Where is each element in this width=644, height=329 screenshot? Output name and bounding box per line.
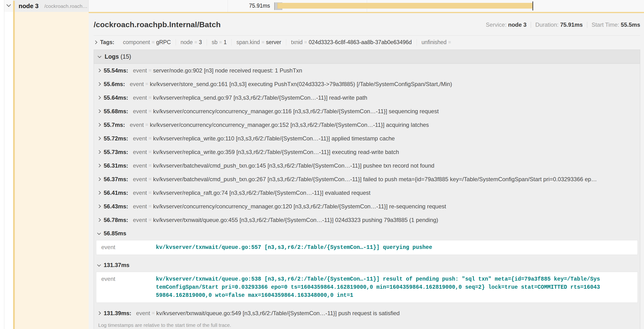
logs-section-header[interactable]: Logs (15): [94, 50, 640, 64]
service-value: node 3: [508, 22, 526, 28]
log-row[interactable]: 55.64ms:event=kv/kvserver/replica_send.g…: [94, 91, 640, 104]
log-row-expanded-header[interactable]: 131.37ms: [94, 258, 640, 272]
tag-key: txnid: [291, 39, 303, 46]
log-expand-chevron-icon[interactable]: [97, 136, 101, 140]
log-value: kv/kvserver/replica_write.go:359 [n3,s3,…: [153, 149, 640, 156]
tag-value: 024d3323-6c8f-4863-aa8b-37ab0e63496d: [309, 39, 412, 46]
duration-value: 75.91ms: [560, 22, 583, 28]
log-key: event: [130, 81, 144, 88]
log-row[interactable]: 56.37ms:event=kv/kvserver/batcheval/cmd_…: [94, 172, 640, 186]
log-timestamp: 55.64ms:: [104, 94, 128, 101]
log-expand-chevron-icon[interactable]: [97, 150, 101, 154]
tags-expand-chevron-icon[interactable]: [94, 40, 98, 44]
log-timestamp: 56.85ms: [104, 230, 126, 237]
log-expand-chevron-icon[interactable]: [97, 69, 101, 72]
log-equals-sign: =: [148, 149, 151, 155]
span-overview: Service: node 3 Duration: 75.91ms Start …: [486, 22, 640, 28]
log-expand-chevron-icon[interactable]: [97, 110, 101, 113]
log-key: event: [133, 135, 147, 142]
tag-key: sb: [212, 39, 217, 46]
log-equals-sign: =: [148, 163, 151, 168]
collapse-span-chevron-icon[interactable]: [6, 2, 11, 7]
span-operation-title: /cockroach.roachpb.Internal/Batch: [94, 20, 221, 29]
logs-collapse-chevron-icon[interactable]: [98, 54, 102, 58]
tag-equals-sign: =: [194, 40, 197, 45]
log-timestamp: 56.31ms:: [104, 162, 128, 169]
log-expand-chevron-icon[interactable]: [97, 82, 101, 86]
span-service-name: node 3: [18, 2, 38, 10]
tag-key: span.kind: [236, 39, 260, 46]
log-event-key: event: [101, 275, 156, 300]
log-timestamp: 56.78ms:: [104, 217, 128, 224]
log-row[interactable]: 55.54ms:event=server/node.go:902 [n3] no…: [94, 64, 640, 77]
log-row[interactable]: 55.6ms:event=kv/kvserver/store_send.go:1…: [94, 77, 640, 91]
log-row[interactable]: 56.78ms:event=kv/kvserver/txnwait/queue.…: [94, 213, 640, 227]
tag-item: sb=1: [207, 39, 232, 46]
log-equals-sign: =: [148, 95, 151, 100]
log-equals-sign: =: [148, 108, 151, 114]
log-key: event: [130, 122, 144, 128]
tag-value: server: [266, 39, 281, 46]
log-key: event: [136, 310, 150, 316]
tags-section-header[interactable]: Tags: component=gRPCnode=3sb=1span.kind=…: [89, 36, 644, 49]
log-row[interactable]: 56.41ms:event=kv/kvserver/replica_raft.g…: [94, 186, 640, 200]
logs-count: (15): [120, 53, 131, 60]
log-event-value: kv/kvserver/txnwait/queue.go:557 [n3,s3,…: [156, 244, 602, 252]
span-name-column[interactable]: node 3 /cockroach.roach…: [13, 0, 89, 12]
start-time-value: 55.5ms: [621, 22, 640, 28]
tag-list: component=gRPCnode=3sb=1span.kind=server…: [118, 39, 458, 46]
log-expand-chevron-icon[interactable]: [97, 311, 101, 315]
log-row-list: 55.54ms:event=server/node.go:902 [n3] no…: [94, 64, 640, 320]
log-value: server/node.go:902 [n3] node received re…: [153, 67, 640, 74]
tag-item: txnid=024d3323-6c8f-4863-aa8b-37ab0e6349…: [286, 39, 417, 46]
log-collapse-chevron-icon[interactable]: [97, 231, 101, 235]
log-key: event: [133, 176, 147, 182]
log-collapse-chevron-icon[interactable]: [97, 263, 101, 266]
selected-span-highlight-column: [15, 12, 89, 329]
log-timestamp: 55.54ms:: [104, 67, 128, 74]
log-row[interactable]: 55.68ms:event=kv/kvserver/concurrency/co…: [94, 104, 640, 118]
duration-overview: Duration: 75.91ms: [535, 22, 583, 28]
log-row[interactable]: 55.73ms:event=kv/kvserver/replica_write.…: [94, 145, 640, 159]
start-time-overview: Start Time: 55.5ms: [592, 22, 640, 28]
log-value: kv/kvserver/concurrency/concurrency_mana…: [153, 108, 640, 115]
log-event-key: event: [101, 244, 156, 252]
span-operation-name: /cockroach.roach…: [44, 3, 88, 9]
log-expand-chevron-icon[interactable]: [97, 164, 101, 168]
log-expand-chevron-icon[interactable]: [97, 123, 101, 127]
span-duration-bar[interactable]: [278, 3, 532, 8]
log-value: kv/kvserver/txnwait/queue.go:455 [n3,s3,…: [153, 217, 640, 224]
log-equals-sign: =: [146, 122, 148, 128]
service-overview: Service: node 3: [486, 22, 526, 28]
log-row[interactable]: 55.72ms:event=kv/kvserver/replica_write.…: [94, 132, 640, 145]
log-value: kv/kvserver/store_send.go:161 [n3,s3] ex…: [150, 81, 640, 88]
tag-key: unfinished: [422, 39, 447, 46]
log-row[interactable]: 56.43ms:event=kv/kvserver/concurrency/co…: [94, 200, 640, 213]
log-value: kv/kvserver/txnwait/queue.go:549 [n3,s3,…: [156, 310, 640, 316]
log-row-expanded-header[interactable]: 56.85ms: [94, 227, 640, 240]
span-timeline-row[interactable]: node 3 /cockroach.roach… 75.91ms: [4, 0, 644, 12]
log-value: kv/kvserver/batcheval/cmd_push_txn.go:26…: [153, 176, 640, 182]
log-row[interactable]: 56.31ms:event=kv/kvserver/batcheval/cmd_…: [94, 159, 640, 172]
tag-value: 1: [224, 39, 227, 46]
log-row[interactable]: 131.39ms:event=kv/kvserver/txnwait/queue…: [94, 306, 640, 320]
log-key: event: [133, 67, 147, 74]
log-key: event: [133, 217, 147, 224]
log-expand-chevron-icon[interactable]: [97, 96, 101, 100]
log-value: kv/kvserver/concurrency/concurrency_mana…: [150, 122, 640, 128]
log-expand-chevron-icon[interactable]: [97, 218, 101, 222]
tag-item: unfinished=: [417, 39, 458, 46]
tag-value: 3: [199, 39, 202, 46]
span-end-log-tick: [532, 2, 533, 10]
log-key: event: [133, 108, 147, 115]
log-equals-sign: =: [148, 204, 151, 209]
selected-span-accent-bar: [13, 1, 15, 329]
log-equals-sign: =: [148, 217, 151, 223]
log-row[interactable]: 55.7ms:event=kv/kvserver/concurrency/con…: [94, 118, 640, 132]
overview-separator: [531, 22, 531, 28]
log-expand-chevron-icon[interactable]: [97, 191, 101, 195]
log-expand-chevron-icon[interactable]: [97, 204, 101, 208]
log-expand-chevron-icon[interactable]: [97, 177, 101, 181]
log-timestamp: 55.72ms:: [104, 135, 128, 142]
log-equals-sign: =: [148, 136, 151, 141]
